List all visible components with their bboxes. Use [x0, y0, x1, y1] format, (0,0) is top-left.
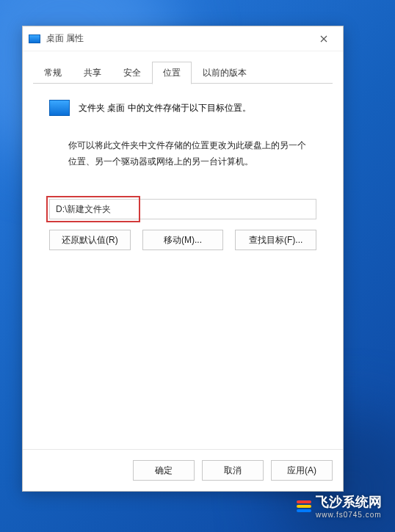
window-title: 桌面 属性 — [46, 32, 311, 45]
header-text: 文件夹 桌面 中的文件存储于以下目标位置。 — [79, 102, 251, 114]
description-line2: 位置、另一个驱动器或网络上的另一台计算机。 — [68, 156, 253, 167]
tab-strip: 常规 共享 安全 位置 以前的版本 — [23, 62, 343, 84]
move-button[interactable]: 移动(M)... — [142, 230, 224, 250]
watermark-url: www.fs0745.com — [316, 511, 382, 519]
tab-share[interactable]: 共享 — [73, 62, 112, 84]
action-button-row: 还原默认值(R) 移动(M)... 查找目标(F)... — [49, 230, 316, 250]
tab-previous-versions[interactable]: 以前的版本 — [192, 62, 258, 84]
restore-defaults-button[interactable]: 还原默认值(R) — [49, 230, 131, 250]
tab-security[interactable]: 安全 — [112, 62, 152, 84]
close-icon — [320, 35, 327, 43]
find-target-button[interactable]: 查找目标(F)... — [235, 230, 316, 250]
window-icon — [29, 34, 40, 43]
description-text: 你可以将此文件夹中文件存储的位置更改为此硬盘上的另一个 位置、另一个驱动器或网络… — [49, 138, 316, 170]
cancel-button[interactable]: 取消 — [202, 460, 264, 481]
folder-icon — [49, 100, 70, 116]
dialog-footer: 确定 取消 应用(A) — [23, 449, 343, 491]
apply-button[interactable]: 应用(A) — [271, 460, 333, 481]
path-input[interactable] — [49, 199, 316, 219]
titlebar: 桌面 属性 — [23, 26, 343, 51]
properties-dialog: 桌面 属性 常规 共享 安全 位置 以前的版本 文件夹 桌面 中的文件存储于以下… — [22, 26, 344, 492]
watermark: 飞沙系统网 www.fs0745.com — [297, 493, 382, 519]
tab-general[interactable]: 常规 — [33, 62, 73, 84]
watermark-icon — [297, 500, 311, 512]
close-button[interactable] — [311, 29, 337, 49]
tab-content: 文件夹 桌面 中的文件存储于以下目标位置。 你可以将此文件夹中文件存储的位置更改… — [23, 84, 343, 449]
tab-location[interactable]: 位置 — [152, 62, 192, 84]
header-row: 文件夹 桌面 中的文件存储于以下目标位置。 — [49, 100, 316, 116]
watermark-brand: 飞沙系统网 — [316, 495, 382, 509]
description-line1: 你可以将此文件夹中文件存储的位置更改为此硬盘上的另一个 — [68, 140, 306, 150]
path-input-wrapper — [49, 199, 316, 219]
ok-button[interactable]: 确定 — [133, 460, 195, 481]
